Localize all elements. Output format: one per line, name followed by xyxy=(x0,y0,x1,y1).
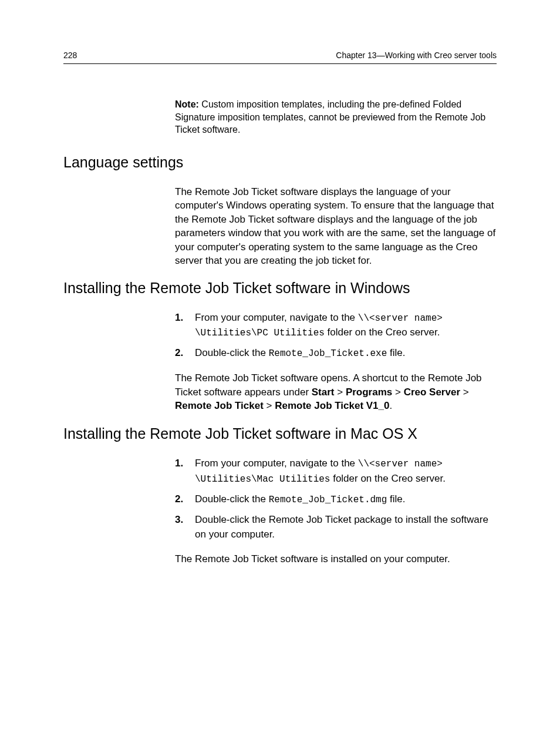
note-label: Note: xyxy=(175,99,199,109)
step-text: folder on the Creo server. xyxy=(330,473,446,484)
note-block: Note: Custom imposition templates, inclu… xyxy=(175,98,497,136)
mac-steps: From your computer, navigate to the \\<s… xyxy=(175,456,497,542)
windows-step-2: Double-click the Remote_Job_Ticket.exe f… xyxy=(175,346,497,361)
step-text: file. xyxy=(387,347,405,358)
page-header: 228 Chapter 13—Working with Creo server … xyxy=(63,51,497,64)
note-text: Custom imposition templates, including t… xyxy=(175,99,485,135)
mac-step-3: Double-click the Remote Job Ticket packa… xyxy=(175,513,497,542)
windows-step-1: From your computer, navigate to the \\<s… xyxy=(175,311,497,340)
step-text: file. xyxy=(387,493,405,505)
step-text: Double-click the Remote Job Ticket packa… xyxy=(195,514,488,540)
code-filename: Remote_Job_Ticket.dmg xyxy=(269,495,387,505)
menu-path-programs: Programs xyxy=(346,387,392,398)
step-text: Double-click the xyxy=(195,493,269,505)
menu-sep: > xyxy=(264,400,275,411)
result-end: . xyxy=(390,400,393,411)
page-number: 228 xyxy=(63,51,77,60)
mac-result: The Remote Job Ticket software is instal… xyxy=(175,552,497,566)
heading-install-mac: Installing the Remote Job Ticket softwar… xyxy=(63,425,497,442)
step-text: Double-click the xyxy=(195,347,269,358)
windows-result: The Remote Job Ticket software opens. A … xyxy=(175,371,497,412)
step-text: folder on the Creo server. xyxy=(325,327,440,338)
windows-steps: From your computer, navigate to the \\<s… xyxy=(175,311,497,361)
menu-path-creo-server: Creo Server xyxy=(404,387,460,398)
menu-sep: > xyxy=(392,387,403,398)
menu-path-rjt-v1: Remote Job Ticket V1_0 xyxy=(275,400,389,411)
menu-sep: > xyxy=(335,387,346,398)
language-settings-body: The Remote Job Ticket software displays … xyxy=(175,185,497,268)
mac-step-2: Double-click the Remote_Job_Ticket.dmg f… xyxy=(175,492,497,507)
menu-path-rjt: Remote Job Ticket xyxy=(175,400,264,411)
heading-language-settings: Language settings xyxy=(63,154,497,171)
chapter-title: Chapter 13—Working with Creo server tool… xyxy=(336,51,497,60)
step-text: From your computer, navigate to the xyxy=(195,458,358,469)
step-text: From your computer, navigate to the xyxy=(195,312,358,323)
menu-path-start: Start xyxy=(312,387,335,398)
menu-sep: > xyxy=(460,387,469,398)
heading-install-windows: Installing the Remote Job Ticket softwar… xyxy=(63,280,497,297)
mac-step-1: From your computer, navigate to the \\<s… xyxy=(175,456,497,486)
code-filename: Remote_Job_Ticket.exe xyxy=(269,348,387,359)
